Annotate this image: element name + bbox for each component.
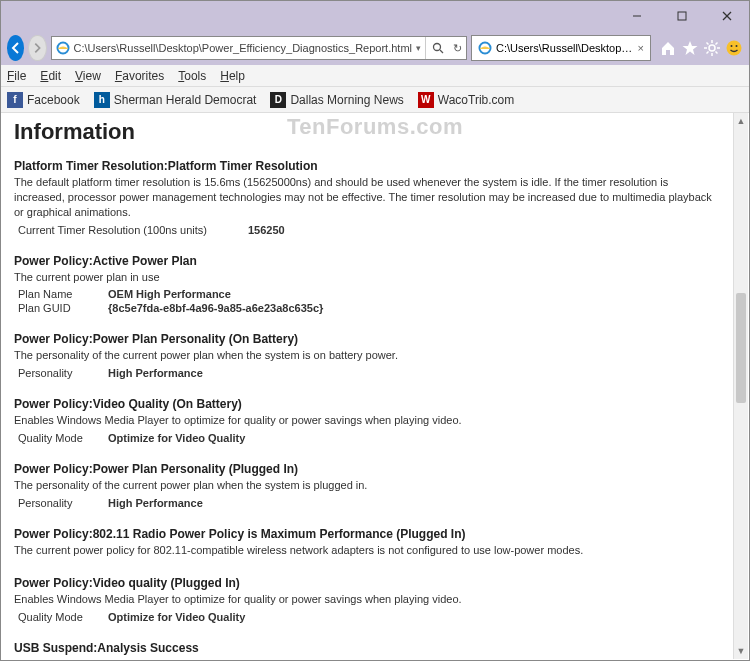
kv-key: Personality [18,367,108,379]
section-title: Power Policy:Power Plan Personality (On … [14,332,721,346]
kv-value: Optimize for Video Quality [108,432,245,444]
kv-value: {8c5e7fda-e8bf-4a96-9a85-a6e23a8c635c} [108,302,323,314]
page-viewport: InformationPlatform Timer Resolution:Pla… [2,113,733,659]
favorite-link[interactable]: DDallas Morning News [270,92,403,108]
kv-value: High Performance [108,497,203,509]
svg-point-5 [433,44,440,51]
scroll-thumb[interactable] [736,293,746,403]
favorite-label: Sherman Herald Democrat [114,93,257,107]
dropdown-icon[interactable]: ▾ [416,43,421,53]
favorites-icon[interactable] [681,38,699,58]
kv-key: Personality [18,497,108,509]
ie-icon [478,41,492,55]
svg-line-14 [716,52,718,54]
svg-line-15 [707,52,709,54]
info-section: Power Policy:802.11 Radio Power Policy i… [14,527,721,558]
section-title: Power Policy:Video quality (Plugged In) [14,576,721,590]
browser-tab[interactable]: C:\Users\Russell\Desktop\P... × [471,35,651,61]
kv-value: 156250 [248,224,285,236]
window-titlebar [1,1,749,31]
kv-value: High Performance [108,367,203,379]
favicon-icon: D [270,92,286,108]
favorite-label: WacoTrib.com [438,93,514,107]
tab-title: C:\Users\Russell\Desktop\P... [496,42,634,54]
section-description: The personality of the current power pla… [14,348,721,363]
kv-key: Current Timer Resolution (100ns units) [18,224,248,236]
back-button[interactable] [7,35,24,61]
scroll-up-icon[interactable]: ▲ [734,113,748,129]
menu-file[interactable]: File [7,69,26,83]
favicon-icon: h [94,92,110,108]
svg-point-18 [731,45,733,47]
scroll-down-icon[interactable]: ▼ [734,643,748,659]
page-title: Information [14,119,721,145]
favorite-link[interactable]: hSherman Herald Democrat [94,92,257,108]
section-title: Platform Timer Resolution:Platform Timer… [14,159,721,173]
menu-edit[interactable]: Edit [40,69,61,83]
kv-key: Plan GUID [18,302,108,314]
section-title: Power Policy:Active Power Plan [14,254,721,268]
section-title: Power Policy:802.11 Radio Power Policy i… [14,527,721,541]
section-title: Power Policy:Video Quality (On Battery) [14,397,721,411]
smiley-icon[interactable] [725,38,743,58]
favorite-link[interactable]: fFacebook [7,92,80,108]
info-section: Power Policy:Active Power PlanThe curren… [14,254,721,315]
key-value-row: PersonalityHigh Performance [14,497,721,509]
search-button[interactable] [425,37,449,59]
section-description: The personality of the current power pla… [14,478,721,493]
menu-bar: FileEditViewFavoritesToolsHelp [1,65,749,87]
section-description: The current power policy for 802.11-comp… [14,543,721,558]
section-description: The current power plan in use [14,270,721,285]
favicon-icon: W [418,92,434,108]
info-section: Platform Timer Resolution:Platform Timer… [14,159,721,236]
info-section: Power Policy:Video quality (Plugged In)E… [14,576,721,623]
refresh-icon[interactable]: ↻ [453,42,462,55]
menu-favorites[interactable]: Favorites [115,69,164,83]
kv-key: Plan Name [18,288,108,300]
svg-point-19 [736,45,738,47]
info-section: Power Policy:Video Quality (On Battery)E… [14,397,721,444]
key-value-row: Quality ModeOptimize for Video Quality [14,611,721,623]
svg-point-8 [709,45,715,51]
key-value-row: Plan GUID{8c5e7fda-e8bf-4a96-9a85-a6e23a… [14,302,721,314]
key-value-row: Plan NameOEM High Performance [14,288,721,300]
maximize-button[interactable] [659,2,704,30]
key-value-row: Quality ModeOptimize for Video Quality [14,432,721,444]
menu-help[interactable]: Help [220,69,245,83]
kv-key: Quality Mode [18,611,108,623]
svg-line-16 [716,43,718,45]
info-section: Power Policy:Power Plan Personality (On … [14,332,721,379]
vertical-scrollbar[interactable]: ▲ ▼ [733,113,748,659]
favorite-link[interactable]: WWacoTrib.com [418,92,514,108]
key-value-row: Current Timer Resolution (100ns units)15… [14,224,721,236]
section-title: Power Policy:Power Plan Personality (Plu… [14,462,721,476]
svg-line-13 [707,43,709,45]
address-bar[interactable]: C:\Users\Russell\Desktop\Power_Efficienc… [51,36,468,60]
favorite-label: Facebook [27,93,80,107]
url-text: C:\Users\Russell\Desktop\Power_Efficienc… [74,42,413,54]
svg-line-6 [440,50,443,53]
kv-value: Optimize for Video Quality [108,611,245,623]
info-section: Power Policy:Power Plan Personality (Plu… [14,462,721,509]
ie-icon [56,41,70,55]
close-button[interactable] [704,2,749,30]
forward-button[interactable] [28,35,46,61]
section-description: Enables Windows Media Player to optimize… [14,592,721,607]
favicon-icon: f [7,92,23,108]
menu-view[interactable]: View [75,69,101,83]
key-value-row: PersonalityHigh Performance [14,367,721,379]
tools-icon[interactable] [703,38,721,58]
address-row: C:\Users\Russell\Desktop\Power_Efficienc… [1,31,749,65]
menu-tools[interactable]: Tools [178,69,206,83]
section-description: The default platform timer resolution is… [14,175,721,220]
favorites-bar: fFacebookhSherman Herald DemocratDDallas… [1,87,749,113]
favorite-label: Dallas Morning News [290,93,403,107]
section-description: Analysis was successful. No energy effic… [14,657,721,659]
kv-value: OEM High Performance [108,288,231,300]
minimize-button[interactable] [614,2,659,30]
info-section: USB Suspend:Analysis SuccessAnalysis was… [14,641,721,659]
tab-close-icon[interactable]: × [638,42,644,54]
svg-rect-1 [678,12,686,20]
home-icon[interactable] [659,38,677,58]
svg-point-17 [727,41,742,56]
